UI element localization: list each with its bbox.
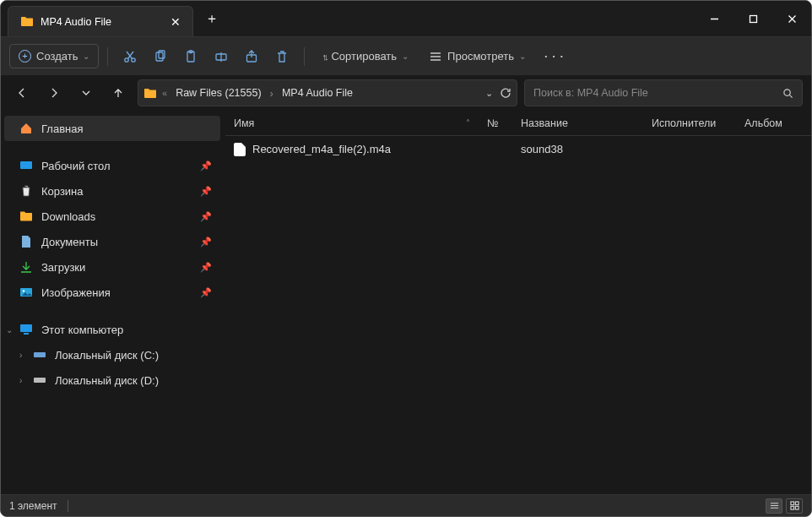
- svg-rect-25: [34, 352, 46, 357]
- pin-icon: 📌: [200, 262, 212, 273]
- column-headers: Имя˄ № Название Исполнители Альбом: [225, 111, 811, 136]
- copy-button[interactable]: [147, 45, 174, 68]
- chevron-right-icon: ›: [270, 87, 273, 100]
- address-row: « Raw Files (21555) › MP4 Audio File ⌄: [1, 75, 811, 111]
- svg-point-22: [23, 290, 24, 291]
- content-pane: Имя˄ № Название Исполнители Альбом Recov…: [225, 111, 811, 494]
- sidebar-home[interactable]: Главная: [4, 116, 220, 141]
- details-view-button[interactable]: [766, 498, 782, 514]
- breadcrumb-current[interactable]: MP4 Audio File: [279, 87, 356, 99]
- sort-icon: ↑↓: [322, 52, 326, 62]
- col-title[interactable]: Название: [512, 117, 643, 129]
- sort-button[interactable]: ↑↓ Сортировать ⌄: [313, 45, 417, 68]
- disk-icon: [33, 348, 46, 362]
- tab-title: MP4 Audio File: [41, 16, 164, 28]
- paste-button[interactable]: [177, 45, 204, 68]
- up-button[interactable]: [106, 80, 131, 106]
- close-button[interactable]: [772, 1, 811, 36]
- folder-icon: [20, 16, 34, 27]
- svg-rect-20: [20, 161, 32, 169]
- file-list: Recovered_m4a_file(2).m4a sound38: [225, 136, 811, 494]
- col-album[interactable]: Альбом: [736, 117, 811, 129]
- more-button[interactable]: · · ·: [538, 45, 571, 68]
- svg-rect-30: [790, 502, 793, 505]
- home-icon: [19, 122, 33, 135]
- chevron-down-icon: ⌄: [402, 52, 409, 61]
- svg-rect-32: [790, 506, 793, 509]
- svg-rect-9: [159, 51, 165, 58]
- pin-icon: 📌: [200, 211, 212, 222]
- svg-rect-1: [750, 15, 756, 22]
- back-button[interactable]: [9, 80, 35, 106]
- delete-button[interactable]: [268, 45, 295, 68]
- tab-current[interactable]: MP4 Audio File ✕: [8, 6, 193, 36]
- svg-rect-23: [20, 324, 32, 332]
- file-row[interactable]: Recovered_m4a_file(2).m4a sound38: [225, 136, 811, 163]
- pin-icon: 📌: [200, 287, 212, 298]
- explorer-window: MP4 Audio File ✕ ＋ + Создать ⌄ ↑↓ Сортир…: [0, 0, 812, 517]
- sidebar-desktop[interactable]: Рабочий стол 📌: [4, 153, 220, 178]
- sidebar-documents[interactable]: Документы 📌: [4, 229, 220, 254]
- pin-icon: 📌: [200, 161, 212, 171]
- search-input[interactable]: [533, 87, 776, 99]
- image-icon: [19, 286, 33, 299]
- sidebar-disk-c[interactable]: › Локальный диск (C:): [18, 342, 220, 367]
- chevron-down-icon: ⌄: [519, 52, 526, 61]
- svg-line-19: [789, 95, 792, 97]
- address-bar[interactable]: « Raw Files (21555) › MP4 Audio File ⌄: [138, 79, 517, 106]
- sidebar-recycle[interactable]: Корзина 📌: [4, 178, 220, 204]
- search-box[interactable]: [524, 79, 803, 106]
- sidebar: Главная Рабочий стол 📌 Корзина 📌 Downloa…: [1, 111, 225, 494]
- recent-button[interactable]: [73, 80, 99, 106]
- cut-button[interactable]: [116, 45, 143, 68]
- col-artist[interactable]: Исполнители: [643, 117, 736, 129]
- document-icon: [19, 235, 33, 248]
- item-count: 1 элемент: [9, 500, 57, 512]
- minimize-button[interactable]: [695, 1, 734, 36]
- share-button[interactable]: [238, 45, 265, 68]
- svg-rect-26: [34, 378, 46, 383]
- folder-icon: [143, 88, 157, 99]
- svg-point-18: [784, 89, 790, 95]
- rename-button[interactable]: [208, 45, 235, 68]
- file-title: sound38: [512, 143, 643, 155]
- desktop-icon: [19, 159, 33, 172]
- file-name: Recovered_m4a_file(2).m4a: [252, 143, 391, 155]
- chevron-down-icon[interactable]: ⌄: [6, 325, 13, 335]
- chevron-down-icon[interactable]: ⌄: [485, 88, 493, 99]
- new-tab-button[interactable]: ＋: [193, 1, 230, 36]
- plus-circle-icon: +: [19, 50, 31, 63]
- maximize-button[interactable]: [734, 1, 772, 36]
- chevron-down-icon: ⌄: [83, 52, 89, 61]
- sidebar-disk-d[interactable]: › Локальный диск (D:): [18, 367, 220, 393]
- view-button[interactable]: Просмотреть ⌄: [420, 45, 534, 68]
- create-button[interactable]: + Создать ⌄: [9, 44, 99, 68]
- chevron-right-icon[interactable]: ›: [19, 376, 22, 385]
- thumb-view-button[interactable]: [786, 498, 803, 514]
- breadcrumb-parent[interactable]: Raw Files (21555): [172, 87, 264, 99]
- pin-icon: 📌: [200, 186, 212, 197]
- sidebar-downloads-ru[interactable]: Загрузки 📌: [4, 254, 220, 280]
- col-num[interactable]: №: [479, 117, 512, 129]
- download-icon: [19, 260, 33, 274]
- svg-rect-31: [795, 502, 798, 505]
- status-bar: 1 элемент: [1, 494, 811, 516]
- close-tab-icon[interactable]: ✕: [171, 15, 181, 29]
- sidebar-downloads-en[interactable]: Downloads 📌: [4, 204, 220, 229]
- pin-icon: 📌: [200, 237, 212, 248]
- svg-rect-8: [156, 52, 163, 61]
- toolbar: + Создать ⌄ ↑↓ Сортировать ⌄ Просмотреть…: [1, 36, 811, 75]
- recycle-icon: [19, 184, 33, 198]
- col-name[interactable]: Имя˄: [225, 117, 479, 129]
- titlebar: MP4 Audio File ✕ ＋: [1, 1, 811, 36]
- body: Главная Рабочий стол 📌 Корзина 📌 Downloa…: [1, 111, 811, 494]
- forward-button[interactable]: [41, 80, 67, 106]
- sidebar-thispc[interactable]: ⌄ Этот компьютер: [4, 317, 220, 342]
- svg-rect-24: [24, 333, 29, 335]
- refresh-icon[interactable]: [500, 87, 512, 99]
- sidebar-images[interactable]: Изображения 📌: [4, 280, 220, 305]
- list-icon: [429, 50, 442, 63]
- search-icon[interactable]: [782, 88, 793, 99]
- chevron-right-icon[interactable]: ›: [19, 351, 22, 360]
- sort-asc-icon: ˄: [466, 118, 470, 128]
